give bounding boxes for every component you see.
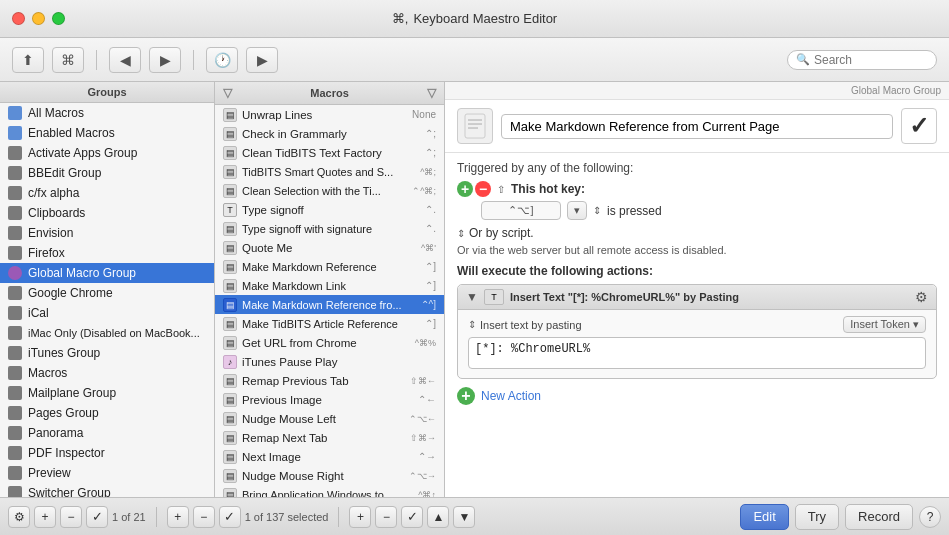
sidebar-item-imac-only[interactable]: iMac Only (Disabled on MacBook... [0, 323, 214, 343]
actions-add-button[interactable]: + [349, 506, 371, 528]
group-icon [8, 126, 22, 140]
detail-content: Triggered by any of the following: + − ⇧… [445, 153, 949, 497]
macro-item-md-reference-current[interactable]: ▤ Make Markdown Reference fro... ⌃^] [215, 295, 444, 314]
play-button[interactable]: ▶ [246, 47, 278, 73]
macro-item-next-image[interactable]: ▤ Next Image ⌃→ [215, 447, 444, 466]
macros-list: ▤ Unwrap Lines None ▤ Check in Grammarly… [215, 105, 444, 497]
record-button[interactable]: Record [845, 504, 913, 530]
macro-itunes-icon: ♪ [223, 355, 237, 369]
macro-item-type-signoff-sig[interactable]: ▤ Type signoff with signature ⌃. [215, 219, 444, 238]
hotkey-field[interactable]: ⌃⌥] [481, 201, 561, 220]
group-icon [8, 446, 22, 460]
insert-token-button[interactable]: Insert Token ▾ [843, 316, 926, 333]
sidebar-item-pages[interactable]: Pages Group [0, 403, 214, 423]
sidebar-item-cfx[interactable]: c/fx alpha [0, 183, 214, 203]
groups-remove-button[interactable]: − [60, 506, 82, 528]
macro-item-remap-prev-tab[interactable]: ▤ Remap Previous Tab ⇧⌘← [215, 371, 444, 390]
trigger-section: Triggered by any of the following: + − ⇧… [457, 161, 937, 256]
help-button[interactable]: ? [919, 506, 941, 528]
macros-header: ▽ Macros ▽ [215, 82, 444, 105]
minimize-button[interactable] [32, 12, 45, 25]
sidebar-item-all-macros[interactable]: All Macros [0, 103, 214, 123]
sidebar-item-global-macro[interactable]: Global Macro Group [0, 263, 214, 283]
sidebar-item-itunes[interactable]: iTunes Group [0, 343, 214, 363]
next-button[interactable]: ▶ [149, 47, 181, 73]
actions-up-button[interactable]: ▲ [427, 506, 449, 528]
share-button[interactable]: ⬆ [12, 47, 44, 73]
sidebar-item-envision[interactable]: Envision [0, 223, 214, 243]
macro-item-smart-quotes[interactable]: ▤ TidBITS Smart Quotes and S... ^⌘; [215, 162, 444, 181]
new-action-label[interactable]: New Action [481, 389, 541, 403]
sidebar-item-switcher[interactable]: Switcher Group [0, 483, 214, 497]
action-gear-icon[interactable]: ⚙ [915, 289, 928, 305]
macros-filter-icon: ▽ [427, 86, 436, 100]
cmd-button[interactable]: ⌘ [52, 47, 84, 73]
insert-textarea[interactable]: [*]: %ChromeURL% [468, 337, 926, 369]
macros-remove-button[interactable]: − [193, 506, 215, 528]
try-button[interactable]: Try [795, 504, 839, 530]
macro-item-remap-next-tab[interactable]: ▤ Remap Next Tab ⇧⌘→ [215, 428, 444, 447]
actions-remove-button[interactable]: − [375, 506, 397, 528]
macros-check-button[interactable]: ✓ [219, 506, 241, 528]
macro-item-md-reference[interactable]: ▤ Make Markdown Reference ⌃] [215, 257, 444, 276]
edit-button[interactable]: Edit [740, 504, 788, 530]
new-action-add-button[interactable]: + [457, 387, 475, 405]
groups-check-button[interactable]: ✓ [86, 506, 108, 528]
search-box[interactable]: 🔍 [787, 50, 937, 70]
close-button[interactable] [12, 12, 25, 25]
sidebar-item-google-chrome[interactable]: Google Chrome [0, 283, 214, 303]
prev-button[interactable]: ◀ [109, 47, 141, 73]
cmd-symbol: ⌘, [392, 11, 409, 26]
macro-item-unwrap[interactable]: ▤ Unwrap Lines None [215, 105, 444, 124]
sidebar-item-bbedit[interactable]: BBEdit Group [0, 163, 214, 183]
sidebar-item-ical[interactable]: iCal [0, 303, 214, 323]
insert-label: Insert text by pasting [480, 319, 582, 331]
macro-item-type-signoff[interactable]: T Type signoff ⌃. [215, 200, 444, 219]
or-script-label: Or by script. [469, 226, 534, 240]
macro-item-quote-me[interactable]: ▤ Quote Me ^⌘' [215, 238, 444, 257]
macro-item-nudge-right[interactable]: ▤ Nudge Mouse Right ⌃⌥→ [215, 466, 444, 485]
macro-doc-icon: ▤ [223, 184, 237, 198]
sidebar-item-clipboards[interactable]: Clipboards [0, 203, 214, 223]
sidebar-item-preview[interactable]: Preview [0, 463, 214, 483]
macro-item-md-link[interactable]: ▤ Make Markdown Link ⌃] [215, 276, 444, 295]
actions-down-button[interactable]: ▼ [453, 506, 475, 528]
remove-trigger-button[interactable]: − [475, 181, 491, 197]
macro-item-tidbits-article[interactable]: ▤ Make TidBITS Article Reference ⌃] [215, 314, 444, 333]
groups-add-button[interactable]: + [34, 506, 56, 528]
sidebar-item-activate-apps[interactable]: Activate Apps Group [0, 143, 214, 163]
sidebar-item-mailplane[interactable]: Mailplane Group [0, 383, 214, 403]
add-trigger-button[interactable]: + [457, 181, 473, 197]
group-icon [8, 386, 22, 400]
macro-item-get-url[interactable]: ▤ Get URL from Chrome ^⌘% [215, 333, 444, 352]
maximize-button[interactable] [52, 12, 65, 25]
hotkey-dropdown[interactable]: ▾ [567, 201, 587, 220]
sidebar-item-enabled-macros[interactable]: Enabled Macros [0, 123, 214, 143]
macro-enabled-check[interactable]: ✓ [901, 108, 937, 144]
macro-item-clean-selection[interactable]: ▤ Clean Selection with the Ti... ⌃^⌘; [215, 181, 444, 200]
group-icon [8, 286, 22, 300]
macro-title-input[interactable] [501, 114, 893, 139]
action-collapse-icon[interactable]: ▼ [466, 290, 478, 304]
macro-item-nudge-left[interactable]: ▤ Nudge Mouse Left ⌃⌥← [215, 409, 444, 428]
macro-item-grammarly[interactable]: ▤ Check in Grammarly ⌃; [215, 124, 444, 143]
macro-item-prev-image[interactable]: ▤ Previous Image ⌃← [215, 390, 444, 409]
macro-doc-icon: ▤ [223, 279, 237, 293]
actions-check-button[interactable]: ✓ [401, 506, 423, 528]
sidebar-item-pdf-inspector[interactable]: PDF Inspector [0, 443, 214, 463]
macros-add-button[interactable]: + [167, 506, 189, 528]
action-body: ⇕ Insert text by pasting Insert Token ▾ … [458, 310, 936, 378]
macro-item-itunes[interactable]: ♪ iTunes Pause Play [215, 352, 444, 371]
sidebar-item-panorama[interactable]: Panorama [0, 423, 214, 443]
group-icon [8, 166, 22, 180]
macro-doc-icon: ▤ [223, 260, 237, 274]
groups-settings-button[interactable]: ⚙ [8, 506, 30, 528]
or-web-label: Or via the web server but all remote acc… [457, 244, 937, 256]
group-icon [8, 186, 22, 200]
macro-item-bring-app[interactable]: ▤ Bring Application Windows to... ^⌘↑ [215, 485, 444, 497]
sidebar-item-macros[interactable]: Macros [0, 363, 214, 383]
sidebar-item-firefox[interactable]: Firefox [0, 243, 214, 263]
macro-item-clean-tidbits[interactable]: ▤ Clean TidBITS Text Factory ⌃; [215, 143, 444, 162]
clock-button[interactable]: 🕐 [206, 47, 238, 73]
search-input[interactable] [814, 53, 928, 67]
